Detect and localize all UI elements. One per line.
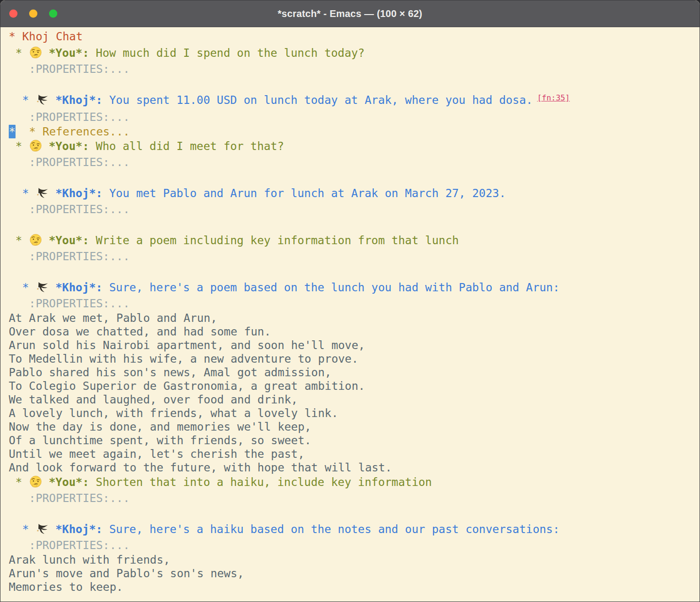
body-text-line[interactable]: To Medellin with his wife, a new adventu… [9, 352, 696, 366]
speaker-label: *Khoj*: [49, 94, 102, 106]
you-message-line[interactable]: * *You*: Write a poem including key info… [9, 233, 696, 249]
you-message-line[interactable]: * *You*: Who all did I meet for that? [9, 138, 696, 154]
khoj-message-line[interactable]: * *Khoj*: You spent 11.00 USD on lunch t… [9, 92, 696, 109]
speaker-label: *Khoj*: [49, 523, 102, 535]
heading-stars: * [9, 281, 35, 294]
blank-line [9, 77, 696, 92]
speaker-label: *You*: [42, 234, 89, 247]
speaker-label: *Khoj*: [49, 187, 102, 200]
body-text-line[interactable]: To Colegio Superior de Gastronomia, a gr… [9, 379, 696, 393]
blank-line [9, 170, 696, 185]
blank-line [9, 217, 696, 233]
you-message-line[interactable]: * *You*: Shorten that into a haiku, incl… [9, 474, 696, 490]
khoj-message-line[interactable]: * *Khoj*: You met Pablo and Arun for lun… [9, 185, 696, 201]
body-text-line[interactable]: Memories to keep. [9, 580, 696, 594]
blank-line [9, 264, 696, 280]
heading-stars: * [9, 234, 29, 247]
speaker-label: *You*: [42, 476, 89, 488]
body-text-line[interactable]: Over dosa we chatted, and had some fun. [9, 325, 696, 338]
blank-line [9, 506, 696, 521]
khoj-message-line[interactable]: * *Khoj*: Sure, here's a poem based on t… [9, 280, 696, 296]
body-text-line[interactable]: And look forward to the future, with hop… [9, 461, 696, 474]
body-text-line[interactable]: A lovely lunch, with friends, what a lov… [9, 406, 696, 420]
body-text-line[interactable]: Now the day is done, and memories we'll … [9, 420, 696, 434]
body-text-line[interactable]: Arun sold his Nairobi apartment, and soo… [9, 338, 696, 352]
heading-stars: * [9, 523, 35, 535]
zoom-button[interactable] [49, 10, 57, 18]
body-text-line[interactable]: At Arak we met, Pablo and Arun, [9, 311, 696, 325]
message-text: You spent 11.00 USD on lunch today at Ar… [102, 94, 533, 106]
buffer[interactable]: * Khoj Chat * *You*: How much did I spen… [0, 27, 700, 594]
thinking-face-icon [29, 234, 42, 246]
heading-stars: * [9, 47, 29, 59]
text-cursor: * [9, 125, 16, 138]
properties-drawer-line[interactable]: :PROPERTIES:... [9, 109, 696, 125]
eagle-icon [35, 523, 49, 535]
thinking-face-icon [29, 46, 42, 59]
heading-stars: * [9, 94, 35, 106]
khoj-message-line[interactable]: * *Khoj*: Sure, here's a haiku based on … [9, 521, 696, 537]
message-text: You met Pablo and Arun for lunch at Arak… [102, 187, 506, 200]
message-text: Sure, here's a poem based on the lunch y… [102, 281, 560, 294]
thinking-face-icon [29, 139, 42, 152]
heading-stars: * [9, 140, 29, 152]
heading-stars: * [9, 476, 29, 488]
properties-drawer-line[interactable]: :PROPERTIES:... [9, 61, 696, 77]
references-line[interactable]: * * References... [9, 125, 696, 138]
speaker-label: *You*: [42, 140, 89, 152]
body-text-line[interactable]: Of a lunchtime spent, with friends, so s… [9, 434, 696, 447]
eagle-icon [35, 187, 49, 199]
message-text: How much did I spend on the lunch today? [89, 47, 365, 59]
body-text-line[interactable]: We talked and laughed, over food and dri… [9, 393, 696, 406]
properties-drawer-line[interactable]: :PROPERTIES:... [9, 154, 696, 170]
you-message-line[interactable]: * *You*: How much did I spend on the lun… [9, 45, 696, 61]
message-text: Shorten that into a haiku, include key i… [89, 476, 432, 488]
thinking-face-icon [29, 475, 42, 488]
message-text: Write a poem including key information f… [89, 234, 459, 247]
minimize-button[interactable] [29, 10, 37, 18]
titlebar[interactable]: *scratch* - Emacs — (100 × 62) [0, 0, 700, 27]
org-title-line[interactable]: * Khoj Chat [9, 28, 696, 45]
properties-drawer-line[interactable]: :PROPERTIES:... [9, 296, 696, 311]
properties-drawer-line[interactable]: :PROPERTIES:... [9, 490, 696, 506]
heading-stars: * [9, 187, 35, 200]
emacs-window: *scratch* - Emacs — (100 × 62) * Khoj Ch… [0, 0, 700, 602]
body-text-line[interactable]: Arun's move and Pablo's son's news, [9, 567, 696, 580]
message-text: Sure, here's a haiku based on the notes … [102, 523, 560, 535]
footnote-link[interactable]: [fn:35] [537, 93, 569, 102]
close-button[interactable] [9, 10, 17, 18]
body-text-line[interactable]: Until we meet again, let's cherish the p… [9, 447, 696, 461]
properties-drawer-line[interactable]: :PROPERTIES:... [9, 201, 696, 217]
speaker-label: *Khoj*: [49, 281, 102, 294]
properties-drawer-line[interactable]: :PROPERTIES:... [9, 249, 696, 264]
window-title: *scratch* - Emacs — (100 × 62) [278, 8, 422, 19]
eagle-icon [35, 94, 49, 106]
body-text-line[interactable]: Arak lunch with friends, [9, 553, 696, 567]
eagle-icon [35, 282, 49, 293]
message-text: Who all did I meet for that? [89, 140, 284, 152]
body-text-line[interactable]: Pablo shared his son's news, Amal got ad… [9, 366, 696, 379]
window-controls [9, 10, 57, 18]
speaker-label: *You*: [42, 47, 89, 59]
properties-drawer-line[interactable]: :PROPERTIES:... [9, 537, 696, 553]
references-label: * References... [16, 125, 130, 138]
